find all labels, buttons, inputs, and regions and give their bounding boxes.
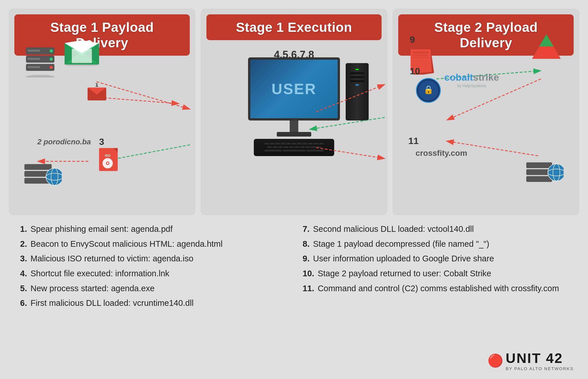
note-item: 10. Stage 2 payload returned to user: Co… — [303, 268, 568, 279]
svg-rect-15 — [28, 66, 40, 68]
note-item: 5. New process started: agenda.exe — [20, 283, 285, 294]
svg-rect-68 — [526, 162, 552, 168]
notes-right-list: 7. Second malicious DLL loaded: vctool14… — [303, 224, 568, 294]
note-item: 9. User information uploaded to Google D… — [303, 253, 568, 264]
svg-rect-56 — [413, 52, 428, 53]
svg-rect-29 — [24, 164, 52, 170]
svg-rect-14 — [28, 58, 40, 60]
main-container: Stage 1 Payload Delivery — [0, 0, 588, 379]
step10-label: 10 — [410, 66, 420, 77]
monitor: USER — [248, 57, 340, 120]
unit42-text: UNIT 42 BY PALO ALTO NETWORKS — [506, 350, 574, 371]
step3-label: 3 — [99, 137, 104, 147]
iso-icon: 3 ISO — [98, 147, 122, 174]
monitor-stand — [290, 120, 298, 132]
svg-point-12 — [50, 66, 53, 69]
pc-tower — [346, 63, 369, 120]
svg-rect-70 — [526, 176, 552, 182]
unit42-main: UNIT 42 — [506, 350, 574, 366]
stage3-panel: Stage 2 Payload Delivery — [392, 9, 579, 215]
step9-label: 9 — [410, 34, 415, 45]
email-icon — [63, 37, 100, 67]
unit42-logo: 🔴 UNIT 42 BY PALO ALTO NETWORKS — [488, 350, 574, 371]
note-item: 2. Beacon to EnvyScout malicious HTML: a… — [20, 239, 285, 250]
svg-text:🔒: 🔒 — [423, 85, 434, 94]
svg-point-10 — [50, 49, 53, 53]
note-item: 8. Stage 1 payload decompressed (file na… — [303, 239, 568, 250]
notes-left-list: 1. Spear phishing email sent: agenda.pdf… — [20, 224, 285, 309]
svg-point-39 — [107, 162, 109, 164]
note-item: 1. Spear phishing email sent: agenda.pdf — [20, 224, 285, 235]
svg-rect-13 — [28, 50, 40, 52]
step1-icon: 1 — [86, 83, 108, 106]
note-item: 11. Command and control (C2) comms estab… — [303, 283, 568, 294]
user-label: USER — [272, 80, 316, 98]
google-drive-icon — [529, 32, 564, 64]
unit42-branding: 🔴 UNIT 42 BY PALO ALTO NETWORKS — [488, 350, 574, 371]
notes-section: 1. Spear phishing email sent: agenda.pdf… — [9, 215, 579, 370]
stage1-panel: Stage 1 Payload Delivery — [9, 9, 196, 215]
computer-unit: USER — [248, 57, 340, 156]
stage2-header: Stage 1 Execution — [206, 14, 382, 40]
unit42-sub: BY PALO ALTO NETWORKS — [506, 366, 574, 371]
svg-rect-57 — [413, 55, 428, 56]
svg-point-16 — [26, 75, 55, 77]
unit42-flame-icon: 🔴 — [488, 353, 503, 368]
monitor-base — [277, 132, 311, 137]
svg-line-3 — [96, 82, 190, 109]
web-server-right — [526, 154, 564, 192]
keyboard — [254, 139, 334, 156]
note-item: 4. Shortcut file executed: information.l… — [20, 268, 285, 279]
svg-rect-58 — [413, 57, 428, 58]
porodicno-label: 2 porodicno.ba — [37, 137, 91, 146]
svg-marker-63 — [532, 46, 561, 59]
notes-right: 7. Second malicious DLL loaded: vctool14… — [303, 224, 568, 365]
server-top-left — [24, 46, 56, 79]
web-server-left — [24, 154, 62, 192]
cobalt-strike-badge: 10 🔒 — [415, 77, 441, 104]
step11-label: 11 — [408, 136, 419, 146]
cobalt-text: cobaltstrike by HelpSystems — [444, 72, 499, 88]
note-item: 3. Malicious ISO returned to victim: age… — [20, 253, 285, 264]
stages-row: Stage 1 Payload Delivery — [9, 9, 579, 215]
svg-marker-60 — [539, 34, 554, 46]
stage2-panel: Stage 1 Execution 4,5,6,7,8 USER — [201, 9, 388, 215]
svg-text:ISO: ISO — [105, 154, 111, 157]
svg-rect-22 — [72, 49, 92, 63]
note-item: 7. Second malicious DLL loaded: vctool14… — [303, 224, 568, 235]
notes-left: 1. Spear phishing email sent: agenda.pdf… — [20, 224, 285, 365]
note-item: 6. First malicious DLL loaded: vcruntime… — [20, 298, 285, 309]
svg-point-11 — [50, 58, 53, 61]
stage2-title: Stage 1 Execution — [214, 20, 374, 35]
svg-text:1: 1 — [95, 83, 98, 88]
crossfity-label: crossfity.com — [415, 149, 467, 158]
